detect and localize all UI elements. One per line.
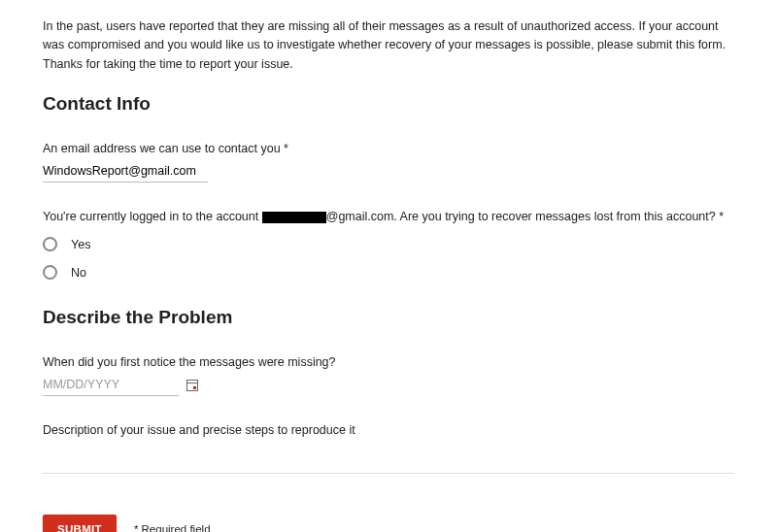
description-label: Description of your issue and precise st… <box>43 423 734 437</box>
contact-heading: Contact Info <box>43 93 734 115</box>
calendar-icon[interactable] <box>186 380 198 391</box>
date-input[interactable] <box>43 375 179 396</box>
email-input[interactable] <box>43 161 208 183</box>
date-field-block: When did you first notice the messages w… <box>43 355 734 396</box>
form-footer: SUBMIT * Required field <box>43 515 734 532</box>
problem-heading: Describe the Problem <box>43 307 734 328</box>
description-input[interactable] <box>43 452 734 474</box>
description-field-block: Description of your issue and precise st… <box>43 423 734 474</box>
date-label: When did you first notice the messages w… <box>43 355 734 369</box>
radio-label-yes: Yes <box>71 238 90 251</box>
email-field-block: An email address we can use to contact y… <box>43 142 734 183</box>
radio-option-no[interactable]: No <box>43 265 734 280</box>
radio-label-no: No <box>71 266 86 280</box>
submit-button[interactable]: SUBMIT <box>43 515 117 532</box>
radio-circle-icon[interactable] <box>43 265 57 280</box>
account-question: You're currently logged in to the accoun… <box>43 210 734 223</box>
account-domain: @gmail.com <box>326 210 394 223</box>
radio-option-yes[interactable]: Yes <box>43 237 734 251</box>
email-label: An email address we can use to contact y… <box>43 142 734 155</box>
radio-circle-icon[interactable] <box>43 237 57 251</box>
required-note: * Required field <box>134 523 211 532</box>
account-recover-block: You're currently logged in to the accoun… <box>43 210 734 280</box>
account-question-prefix: You're currently logged in to the accoun… <box>43 210 262 223</box>
redacted-account <box>262 212 326 223</box>
intro-text: In the past, users have reported that th… <box>43 17 734 74</box>
account-question-suffix: . Are you trying to recover messages los… <box>393 210 724 223</box>
